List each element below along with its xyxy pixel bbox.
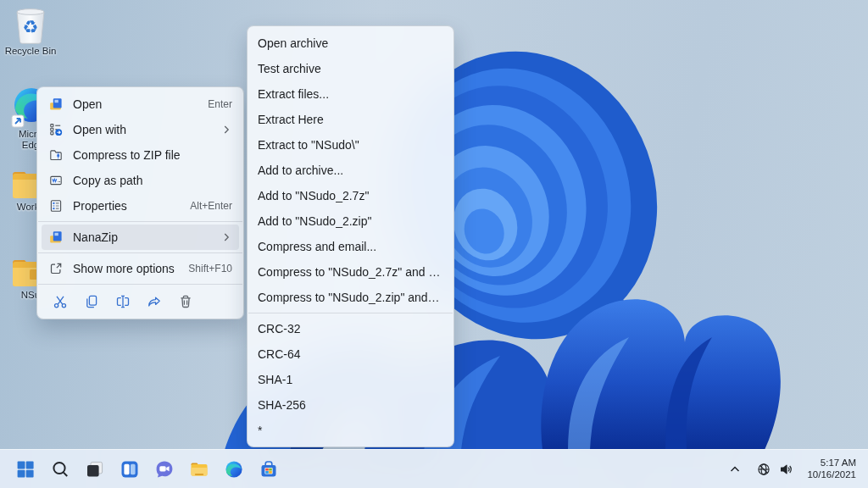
chevron-right-icon <box>220 124 232 136</box>
menu-item-label: CRC-32 <box>258 322 442 336</box>
delete-button[interactable] <box>170 289 201 313</box>
desktop-icon-recycle-bin[interactable]: ♻ Recycle Bin <box>0 5 61 57</box>
nsudo-app-icon <box>49 97 63 111</box>
tray-button-network-globe[interactable] <box>753 456 775 483</box>
context-menu-item-properties[interactable]: PropertiesAlt+Enter <box>42 193 239 219</box>
menu-item-label: SHA-256 <box>258 398 442 412</box>
submenu-item-crc-64[interactable]: CRC-64 <box>252 341 449 367</box>
context-menu-separator <box>38 284 242 285</box>
taskbar-button-store[interactable] <box>252 452 286 486</box>
store-icon <box>259 459 279 480</box>
nanazip-icon <box>49 230 63 244</box>
desktop-label: Recycle Bin <box>0 46 61 57</box>
menu-item-label: SHA-1 <box>258 373 442 386</box>
context-menu: OpenEnterOpen withCompress to ZIP fileCo… <box>36 86 244 319</box>
submenu-item-compress-to-nsudo-2-7z-and-email[interactable]: Compress to "NSudo_2.7z" and email <box>252 259 449 285</box>
svg-text:♻: ♻ <box>23 17 39 37</box>
tray-button-volume[interactable] <box>775 456 797 483</box>
context-menu-item-copy-as-path[interactable]: Copy as path <box>42 168 239 193</box>
taskbar-button-edge[interactable] <box>217 452 251 486</box>
share-button[interactable] <box>138 289 170 313</box>
network-globe-icon <box>757 463 771 476</box>
submenu-item-item[interactable]: * <box>252 418 449 443</box>
taskbar-system-tray: 5:17 AM 10/16/2021 <box>724 456 868 483</box>
copy-icon <box>84 294 99 309</box>
menu-item-label: Extract Here <box>258 113 442 126</box>
menu-item-label: Open <box>73 97 196 111</box>
cut-icon <box>53 294 68 309</box>
menu-item-label: Copy as path <box>73 174 232 187</box>
context-menu-item-show-more-options[interactable]: Show more optionsShift+F10 <box>42 256 239 281</box>
submenu-separator <box>248 313 453 313</box>
menu-item-label: * <box>258 424 442 437</box>
menu-item-shortcut: Shift+F10 <box>188 263 232 274</box>
context-menu-item-open-with[interactable]: Open with <box>42 117 239 142</box>
cut-button[interactable] <box>44 289 75 313</box>
chevron-right-icon <box>220 231 232 243</box>
chevron-up-icon <box>728 463 742 476</box>
menu-item-label: Open with <box>73 123 210 136</box>
menu-item-label: Open archive <box>258 36 442 50</box>
task-view-icon <box>85 459 105 480</box>
taskbar-button-start[interactable] <box>8 452 42 486</box>
taskbar-button-chat[interactable] <box>147 452 181 486</box>
menu-item-label: Add to archive... <box>258 164 442 177</box>
menu-item-label: Extract to "NSudo\" <box>258 138 442 152</box>
clock-date: 10/16/2021 <box>807 469 856 481</box>
tray-button-chevron-up[interactable] <box>724 456 746 483</box>
chat-icon <box>154 459 175 480</box>
submenu-item-crc-32[interactable]: CRC-32 <box>252 316 449 341</box>
clock-time: 5:17 AM <box>807 458 856 469</box>
taskbar-app-icons <box>0 452 286 486</box>
taskbar-button-file-explorer[interactable] <box>182 452 216 486</box>
menu-item-label: Compress to "NSudo_2.zip" and email <box>258 291 442 304</box>
context-menu-separator <box>38 252 242 253</box>
submenu-item-add-to-nsudo-2-zip[interactable]: Add to "NSudo_2.zip" <box>252 208 449 234</box>
open-with-icon <box>49 123 63 136</box>
context-menu-action-row <box>37 287 243 315</box>
submenu-item-extract-to-nsudo[interactable]: Extract to "NSudo\" <box>252 132 449 158</box>
submenu-item-extract-files[interactable]: Extract files... <box>252 81 449 107</box>
context-menu-separator <box>38 221 242 222</box>
menu-item-shortcut: Alt+Enter <box>190 200 232 212</box>
submenu-item-compress-to-nsudo-2-zip-and-email[interactable]: Compress to "NSudo_2.zip" and email <box>252 285 449 310</box>
menu-item-label: Compress and email... <box>258 240 442 253</box>
taskbar-button-search[interactable] <box>43 452 77 486</box>
edge-icon <box>224 459 244 480</box>
menu-item-label: Show more options <box>73 262 176 275</box>
properties-icon <box>49 199 63 213</box>
menu-item-label: CRC-64 <box>258 347 442 361</box>
context-menu-item-nanazip[interactable]: NanaZip <box>42 225 239 250</box>
taskbar-clock[interactable]: 5:17 AM 10/16/2021 <box>804 456 860 482</box>
menu-item-label: Properties <box>73 199 178 213</box>
submenu-item-sha-256[interactable]: SHA-256 <box>252 392 449 418</box>
copy-button[interactable] <box>75 289 107 313</box>
zip-folder-icon <box>49 148 63 162</box>
volume-icon <box>779 463 793 476</box>
submenu-item-add-to-nsudo-2-7z[interactable]: Add to "NSudo_2.7z" <box>252 183 449 208</box>
submenu-item-open-archive[interactable]: Open archive <box>252 30 449 56</box>
recycle-bin-icon: ♻ <box>12 5 49 46</box>
copy-path-icon <box>49 174 63 187</box>
submenu-item-add-to-archive[interactable]: Add to archive... <box>252 158 449 183</box>
rename-button[interactable] <box>107 289 138 313</box>
taskbar-button-task-view[interactable] <box>78 452 112 486</box>
menu-item-label: Add to "NSudo_2.7z" <box>258 189 442 202</box>
taskbar-button-widgets[interactable] <box>113 452 147 486</box>
delete-icon <box>178 294 193 309</box>
widgets-icon <box>120 459 140 480</box>
rename-icon <box>115 294 131 309</box>
taskbar: 5:17 AM 10/16/2021 <box>0 449 868 488</box>
nanazip-submenu: Open archiveTest archiveExtract files...… <box>247 25 454 447</box>
menu-item-label: NanaZip <box>73 230 210 244</box>
context-menu-item-compress-to-zip-file[interactable]: Compress to ZIP file <box>42 142 239 168</box>
menu-item-label: Extract files... <box>258 87 442 101</box>
context-menu-item-open[interactable]: OpenEnter <box>42 92 239 117</box>
submenu-item-compress-and-email[interactable]: Compress and email... <box>252 234 449 259</box>
search-icon <box>50 459 70 480</box>
submenu-item-extract-here[interactable]: Extract Here <box>252 107 449 132</box>
submenu-item-test-archive[interactable]: Test archive <box>252 56 449 81</box>
submenu-item-sha-1[interactable]: SHA-1 <box>252 367 449 392</box>
menu-item-label: Compress to "NSudo_2.7z" and email <box>258 265 442 279</box>
show-more-icon <box>49 262 63 275</box>
